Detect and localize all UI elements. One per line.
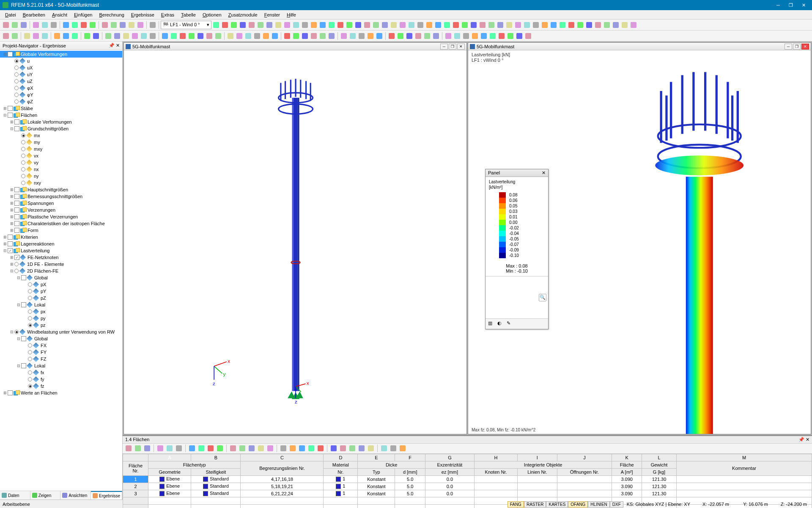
toolbar-button[interactable] xyxy=(187,32,196,40)
tree-item[interactable]: ⊟Lastverteilung xyxy=(0,247,122,254)
vp-close[interactable]: ✕ xyxy=(457,44,465,50)
toolbar-button[interactable] xyxy=(340,32,348,40)
toolbar-button[interactable] xyxy=(432,32,440,40)
toolbar-button[interactable] xyxy=(434,21,442,29)
toolbar-button[interactable] xyxy=(585,21,593,29)
menu-extras[interactable]: Extras xyxy=(158,11,178,19)
tree-item[interactable]: uZ xyxy=(0,78,122,85)
toolbar-button[interactable] xyxy=(603,21,611,29)
tree-item[interactable]: ⊞1D FE - Elemente xyxy=(0,261,122,268)
legend-zoom-icon[interactable]: 🔍 xyxy=(539,294,546,301)
vp-maximize[interactable]: ❐ xyxy=(449,44,456,50)
toolbar-button[interactable] xyxy=(620,21,629,29)
toolbar-button[interactable] xyxy=(329,444,338,453)
tree-item[interactable]: fx xyxy=(0,369,122,376)
toolbar-button[interactable] xyxy=(212,21,220,29)
toolbar-button[interactable] xyxy=(416,21,425,29)
snap-toggle-dxf[interactable]: DXF xyxy=(610,501,623,508)
toolbar-button[interactable] xyxy=(453,32,461,40)
toolbar-button[interactable] xyxy=(310,21,318,29)
toolbar-button[interactable] xyxy=(118,21,127,29)
tree-item[interactable]: FX xyxy=(0,342,122,349)
toolbar-button[interactable] xyxy=(425,21,433,29)
vp-close[interactable]: ✕ xyxy=(801,44,809,50)
toolbar-button[interactable] xyxy=(238,444,247,453)
toolbar-button[interactable] xyxy=(230,21,238,29)
toolbar-button[interactable] xyxy=(257,444,265,453)
toolbar-button[interactable] xyxy=(488,32,497,40)
toolbar-button[interactable] xyxy=(104,32,112,40)
toolbar-button[interactable] xyxy=(226,32,235,40)
toolbar-button[interactable] xyxy=(229,444,237,453)
toolbar-button[interactable] xyxy=(506,32,515,40)
tree-item[interactable]: φZ xyxy=(0,98,122,105)
tree-item[interactable]: ⊞Form xyxy=(0,227,122,234)
toolbar-button[interactable] xyxy=(505,21,513,29)
toolbar-button[interactable] xyxy=(110,21,118,29)
toolbar-button[interactable] xyxy=(143,444,151,453)
toolbar-button[interactable] xyxy=(188,444,196,453)
toolbar-button[interactable] xyxy=(11,32,19,40)
tree-item[interactable]: ⊞Lagerreaktionen xyxy=(0,240,122,247)
toolbar-button[interactable] xyxy=(423,32,431,40)
toolbar-button[interactable] xyxy=(148,21,157,29)
toolbar-button[interactable] xyxy=(71,32,79,40)
toolbar-button[interactable] xyxy=(357,444,366,453)
snap-toggle-raster[interactable]: RASTER xyxy=(524,501,546,508)
legend-btn-2[interactable]: ◐ xyxy=(497,320,504,327)
vp-minimize[interactable]: ─ xyxy=(785,44,792,50)
toolbar-button[interactable] xyxy=(487,21,496,29)
toolbar-button[interactable] xyxy=(266,444,274,453)
toolbar-button[interactable] xyxy=(524,32,532,40)
menu-ansicht[interactable]: Ansicht xyxy=(49,11,71,19)
toolbar-button[interactable] xyxy=(274,21,283,29)
toolbar-button[interactable] xyxy=(515,32,524,40)
canvas-left[interactable]: x y z x z xyxy=(124,50,466,434)
toolbar-button[interactable] xyxy=(41,32,49,40)
toolbar-button[interactable] xyxy=(235,32,244,40)
toolbar-button[interactable] xyxy=(567,21,576,29)
menu-datei[interactable]: Datei xyxy=(2,11,19,19)
toolbar-button[interactable] xyxy=(292,32,300,40)
nav-tab-ansichten[interactable]: Ansichten xyxy=(60,491,91,500)
toolbar-button[interactable] xyxy=(101,21,109,29)
pin-icon[interactable]: 📌 ✕ xyxy=(109,43,120,48)
toolbar-button[interactable] xyxy=(178,32,187,40)
toolbar-button[interactable] xyxy=(366,32,375,40)
toolbar-button[interactable] xyxy=(283,21,291,29)
toolbar-button[interactable] xyxy=(310,32,318,40)
menu-bearbeiten[interactable]: Bearbeiten xyxy=(19,11,49,19)
toolbar-button[interactable] xyxy=(92,32,100,40)
nav-tab-zeigen[interactable]: Zeigen xyxy=(30,491,61,500)
toolbar-button[interactable] xyxy=(80,21,88,29)
results-tree[interactable]: ⊟Globale VerformungenuuXuYuZφXφYφZ⊞Stäbe… xyxy=(0,50,122,491)
tree-item[interactable]: ⊟Lokal xyxy=(0,301,122,308)
legend-btn-1[interactable]: ▥ xyxy=(488,320,495,327)
snap-toggle-hlinien[interactable]: HLINIEN xyxy=(588,501,609,508)
toolbar-button[interactable] xyxy=(283,32,291,40)
menu-hilfe[interactable]: Hilfe xyxy=(283,11,299,19)
nav-tab-ergebnisse[interactable]: Ergebnisse xyxy=(91,491,122,500)
toolbar-button[interactable] xyxy=(443,21,451,29)
toolbar-button[interactable] xyxy=(316,444,325,453)
toolbar-button[interactable] xyxy=(216,444,224,453)
tree-item[interactable]: pX xyxy=(0,281,122,288)
vp-maximize[interactable]: ❐ xyxy=(793,44,801,50)
toolbar-button[interactable] xyxy=(221,21,229,29)
tree-item[interactable]: pZ xyxy=(0,295,122,301)
tree-item[interactable]: fz xyxy=(0,383,122,389)
toolbar-button[interactable] xyxy=(514,21,522,29)
tree-item[interactable]: mxy xyxy=(0,146,122,152)
toolbar-button[interactable] xyxy=(549,21,558,29)
toolbar-button[interactable] xyxy=(407,21,416,29)
toolbar-button[interactable] xyxy=(363,21,371,29)
toolbar-button[interactable] xyxy=(576,21,584,29)
tree-item[interactable]: ⊞Stäbe xyxy=(0,105,122,112)
vp-minimize[interactable]: ─ xyxy=(440,44,448,50)
snap-toggle-kartes[interactable]: KARTES xyxy=(546,501,568,508)
tree-item[interactable]: ⊞Werte an Flächen xyxy=(0,389,122,396)
tree-item[interactable]: my xyxy=(0,139,122,146)
toolbar-button[interactable] xyxy=(165,444,174,453)
toolbar-button[interactable] xyxy=(244,32,252,40)
toolbar-button[interactable] xyxy=(307,444,315,453)
